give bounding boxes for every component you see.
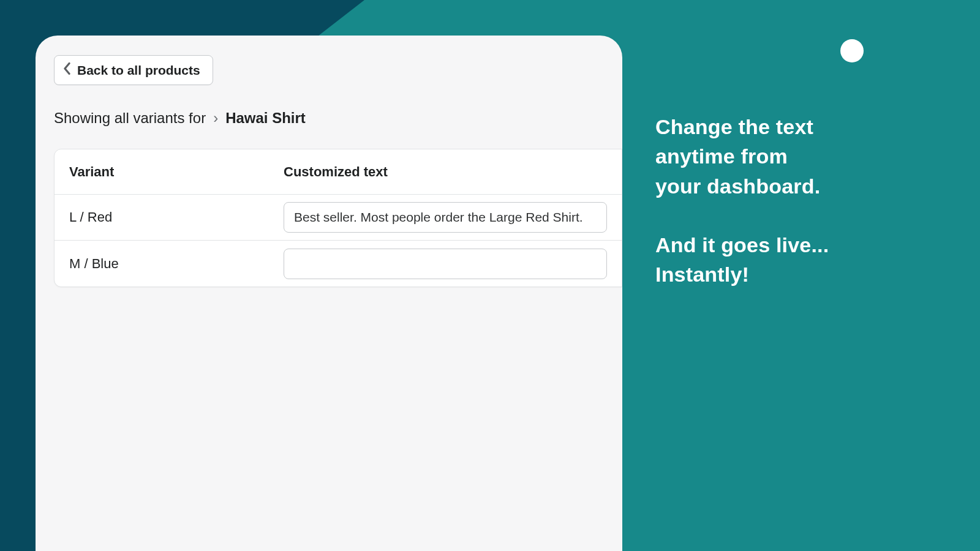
table-row: M / Blue [55,241,622,287]
table-row: L / Red [55,195,622,241]
breadcrumb: Showing all variants for › Hawai Shirt [54,110,622,127]
dashboard-card: Back to all products Showing all variant… [36,36,622,551]
decorative-dot-icon [840,39,864,62]
variant-name: M / Blue [69,256,284,272]
promo-line: anytime from [655,141,913,171]
column-header-customized-text: Customized text [284,164,607,180]
promo-line: Change the text [655,112,913,141]
table-header-row: Variant Customized text [55,149,622,195]
variants-table: Variant Customized text L / Red M / Blue [54,149,622,287]
customized-text-input[interactable] [284,249,607,279]
promo-copy: Change the text anytime from your dashbo… [655,112,913,289]
back-button-label: Back to all products [77,63,200,78]
chevron-left-icon [63,62,71,78]
promo-line: your dashboard. [655,171,913,201]
customized-text-input[interactable] [284,202,607,233]
breadcrumb-lead: Showing all variants for [54,110,206,127]
back-to-all-products-button[interactable]: Back to all products [54,55,213,85]
promo-line: Instantly! [655,260,913,289]
marketing-slide: Change the text anytime from your dashbo… [0,0,980,551]
column-header-variant: Variant [69,164,284,180]
breadcrumb-product-name: Hawai Shirt [225,110,306,127]
promo-line: And it goes live... [655,230,913,260]
chevron-right-icon: › [213,110,218,127]
variant-name: L / Red [69,209,284,225]
